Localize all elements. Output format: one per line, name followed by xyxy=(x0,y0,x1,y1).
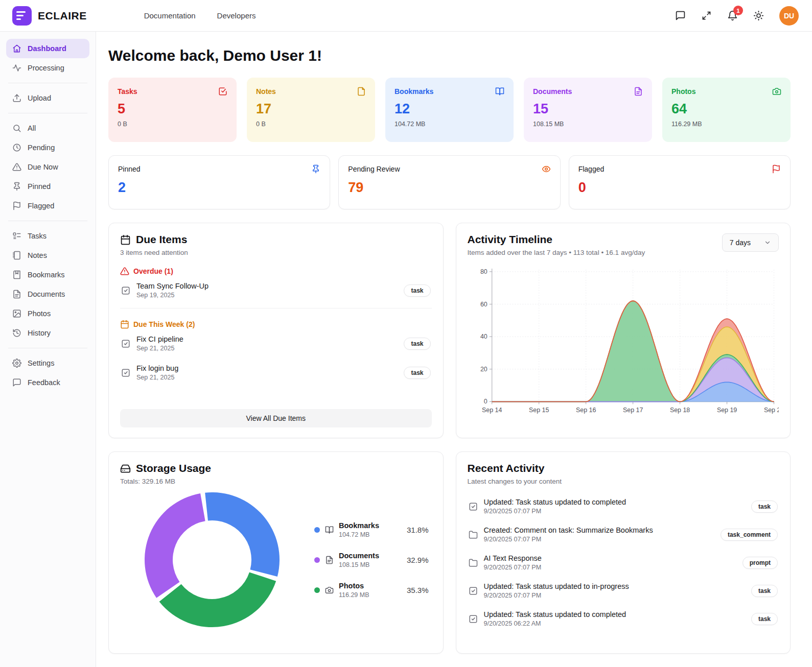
quick-value: 0 xyxy=(578,180,781,196)
quick-card-flagged[interactable]: Flagged 0 xyxy=(569,155,791,209)
activity-timeline-subtitle: Items added over the last 7 days • 113 t… xyxy=(468,249,645,256)
sidebar-item-bookmarks[interactable]: Bookmarks xyxy=(6,265,89,284)
camera-icon xyxy=(325,586,334,594)
view-all-due-items-button[interactable]: View All Due Items xyxy=(120,409,432,427)
stat-card-tasks[interactable]: Tasks 5 0 B xyxy=(108,78,237,142)
due-item-row[interactable]: Fix login bug Sep 21, 2025 task xyxy=(120,358,432,387)
activity-timeline-chart-wrap: 020406080Sep 14Sep 15Sep 16Sep 17Sep 18S… xyxy=(468,264,779,420)
stat-size: 108.15 MB xyxy=(533,121,643,128)
activity-time: 9/20/2025 07:07 PM xyxy=(484,508,627,515)
storage-title: Storage Usage xyxy=(136,462,211,474)
activity-timeline-chart: 020406080Sep 14Sep 15Sep 16Sep 17Sep 18S… xyxy=(468,264,779,420)
stat-label: Photos xyxy=(671,87,695,96)
theme-toggle-button[interactable] xyxy=(753,10,764,21)
svg-text:Sep 15: Sep 15 xyxy=(529,407,549,414)
task-checkbox-icon xyxy=(469,614,478,624)
sidebar-item-flagged[interactable]: Flagged xyxy=(6,196,89,216)
stat-card-notes[interactable]: Notes 17 0 B xyxy=(247,78,375,142)
stat-label: Bookmarks xyxy=(395,87,433,96)
sidebar-label: Bookmarks xyxy=(28,271,65,279)
sidebar-label: Tasks xyxy=(28,232,47,240)
sidebar-item-notes[interactable]: Notes xyxy=(6,246,89,265)
type-badge: task xyxy=(404,284,430,297)
topbar-actions: 1 DU xyxy=(675,6,799,26)
sidebar-label: History xyxy=(28,329,51,337)
welcome-heading: Welcome back, Demo User 1! xyxy=(108,47,791,64)
sidebar-item-processing[interactable]: Processing xyxy=(6,58,89,78)
sidebar-item-photos[interactable]: Photos xyxy=(6,304,89,323)
stat-label: Documents xyxy=(533,87,572,96)
range-select[interactable]: 7 days xyxy=(722,233,779,252)
stat-card-bookmarks[interactable]: Bookmarks 12 104.72 MB xyxy=(385,78,514,142)
stat-size: 116.29 MB xyxy=(671,121,781,128)
chat-button[interactable] xyxy=(675,10,686,21)
quick-card-pending-review[interactable]: Pending Review 79 xyxy=(338,155,560,209)
stat-card-documents[interactable]: Documents 15 108.15 MB xyxy=(524,78,652,142)
sidebar-divider xyxy=(8,348,87,348)
expand-button[interactable] xyxy=(701,10,712,21)
nav-developers[interactable]: Developers xyxy=(217,11,256,20)
pin-icon xyxy=(12,182,21,191)
activity-title: Updated: Task status updated to complete… xyxy=(484,610,627,618)
activity-time: 9/20/2025 07:07 PM xyxy=(484,564,542,571)
activity-row[interactable]: Updated: Task status updated to complete… xyxy=(468,605,779,633)
sidebar-item-all[interactable]: All xyxy=(6,118,89,138)
sidebar-item-history[interactable]: History xyxy=(6,323,89,343)
clock-icon xyxy=(12,143,21,152)
sidebar-item-settings[interactable]: Settings xyxy=(6,353,89,373)
activity-row[interactable]: AI Text Response 9/20/2025 07:07 PM prom… xyxy=(468,549,779,577)
folder-icon xyxy=(469,558,478,567)
type-badge: task xyxy=(751,501,778,513)
sidebar-label: All xyxy=(28,124,36,132)
notifications-button[interactable]: 1 xyxy=(727,10,738,21)
activity-row[interactable]: Updated: Task status updated to complete… xyxy=(468,492,779,520)
sidebar-item-documents[interactable]: Documents xyxy=(6,284,89,304)
sidebar-item-feedback[interactable]: Feedback xyxy=(6,373,89,392)
list-todo-icon xyxy=(12,231,21,241)
recent-activity-subtitle: Latest changes to your content xyxy=(468,478,779,485)
stat-value: 15 xyxy=(533,101,643,117)
due-item-row[interactable]: Team Sync Follow-Up Sep 19, 2025 task xyxy=(120,276,432,305)
task-checkbox-icon xyxy=(121,339,130,348)
activity-row[interactable]: Created: Comment on task: Summarize Book… xyxy=(468,520,779,549)
due-item-row[interactable]: Fix CI pipeline Sep 21, 2025 task xyxy=(120,329,432,358)
activity-title: AI Text Response xyxy=(484,554,542,562)
quick-value: 79 xyxy=(348,180,550,196)
type-badge: task xyxy=(404,367,430,379)
alert-triangle-icon xyxy=(120,267,129,276)
quick-card-pinned[interactable]: Pinned 2 xyxy=(108,155,330,209)
stat-value: 64 xyxy=(671,101,781,117)
activity-timeline-panel: Activity Timeline Items added over the l… xyxy=(456,223,791,438)
sidebar-item-tasks[interactable]: Tasks xyxy=(6,226,89,246)
sidebar-item-upload[interactable]: Upload xyxy=(6,88,89,108)
sidebar-label: Due Now xyxy=(28,163,58,171)
sidebar-item-pending[interactable]: Pending xyxy=(6,138,89,157)
stat-card-photos[interactable]: Photos 64 116.29 MB xyxy=(662,78,791,142)
sidebar-item-pinned[interactable]: Pinned xyxy=(6,177,89,196)
flag-icon xyxy=(772,164,781,174)
sidebar-item-due-now[interactable]: Due Now xyxy=(6,157,89,177)
user-avatar[interactable]: DU xyxy=(779,6,799,26)
hard-drive-icon xyxy=(120,463,131,474)
due-items-panel: Due Items 3 items need attention Overdue… xyxy=(108,223,444,438)
legend-dot xyxy=(314,527,320,533)
storage-donut-chart xyxy=(144,491,281,628)
due-item-date: Sep 21, 2025 xyxy=(136,345,183,352)
sidebar-item-dashboard[interactable]: Dashboard xyxy=(6,39,89,58)
nav-documentation[interactable]: Documentation xyxy=(144,11,196,20)
svg-text:0: 0 xyxy=(483,398,487,405)
check-square-icon xyxy=(218,87,227,96)
svg-text:40: 40 xyxy=(480,333,487,340)
activity-title: Updated: Task status updated to in-progr… xyxy=(484,582,629,590)
main-content: Welcome back, Demo User 1! Tasks 5 0 B N… xyxy=(96,32,812,667)
task-checkbox-icon xyxy=(469,586,478,595)
upload-icon xyxy=(12,93,21,103)
stat-value: 17 xyxy=(256,101,366,117)
storage-legend: Bookmarks 104.72 MB 31.8% Documents 108.… xyxy=(314,515,429,605)
legend-row-photos: Photos 116.29 MB 35.3% xyxy=(314,575,429,605)
sidebar-label: Pending xyxy=(28,144,55,152)
activity-row[interactable]: Updated: Task status updated to in-progr… xyxy=(468,577,779,605)
sidebar-divider xyxy=(8,113,87,113)
gear-icon xyxy=(12,359,21,368)
svg-text:20: 20 xyxy=(480,366,487,373)
